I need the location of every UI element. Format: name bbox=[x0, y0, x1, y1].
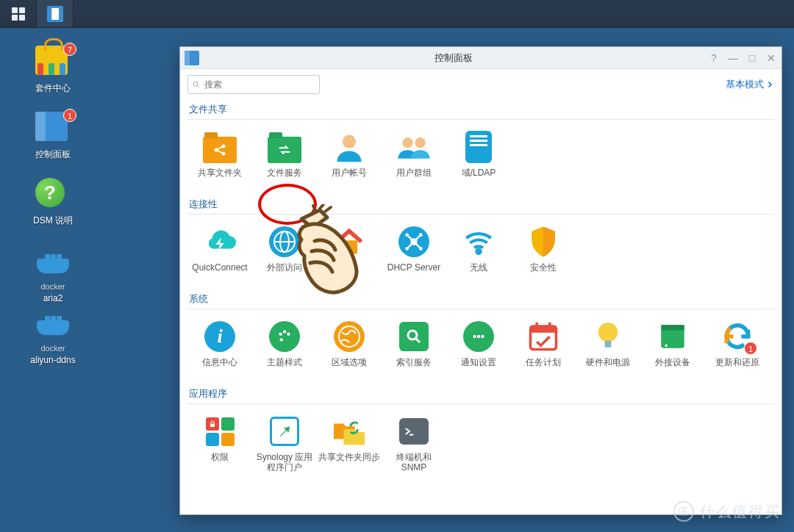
minimize-button[interactable]: ― bbox=[727, 52, 739, 64]
svg-point-5 bbox=[343, 135, 356, 148]
cloud-bolt-icon bbox=[203, 227, 237, 256]
item-group[interactable]: 用户群组 bbox=[382, 127, 446, 192]
item-privileges[interactable]: 权限 bbox=[187, 411, 252, 476]
globe-region-icon bbox=[334, 321, 365, 352]
svg-rect-11 bbox=[341, 240, 357, 254]
help-button[interactable]: ? bbox=[708, 52, 720, 64]
item-external-devices[interactable]: 外接设备 bbox=[640, 317, 705, 381]
desktop-icon-package-center[interactable]: 7 套件中心 bbox=[21, 41, 85, 93]
svg-rect-30 bbox=[536, 323, 539, 329]
item-external-access[interactable]: 外部访问 bbox=[252, 222, 317, 287]
item-hardware-power[interactable]: 硬件和电源 bbox=[576, 317, 640, 381]
search-input[interactable] bbox=[204, 79, 315, 90]
svg-point-21 bbox=[280, 338, 283, 341]
hdd-icon bbox=[657, 321, 688, 352]
desktop-icon-label: 控制面板 bbox=[21, 150, 85, 159]
section-grid: i信息中心 主题样式 区域选项 索引服务 通知设置 任务计划 硬件和电源 外接设… bbox=[187, 317, 774, 381]
svg-point-18 bbox=[279, 333, 282, 336]
svg-point-6 bbox=[402, 137, 412, 148]
item-app-portal[interactable]: Synology 应用程序门户 bbox=[252, 411, 317, 476]
desktop-icon-control-panel[interactable]: 1 控制面板 bbox=[21, 107, 85, 159]
section-grid: 权限 Synology 应用程序门户 共享文件夹同步 终端机和 SNMP bbox=[187, 411, 774, 476]
window-toolbar: 基本模式 bbox=[180, 69, 782, 97]
item-theme[interactable]: 主题样式 bbox=[252, 317, 317, 381]
taskbar-app-control-panel[interactable] bbox=[37, 0, 74, 27]
item-file-services[interactable]: 文件服务 bbox=[252, 127, 317, 192]
item-shared-folder-sync[interactable]: 共享文件夹同步 bbox=[317, 411, 382, 476]
search-box-icon bbox=[399, 322, 429, 351]
desktop-icon-dsm-help[interactable]: ? DSM 说明 bbox=[21, 173, 85, 226]
svg-point-19 bbox=[283, 330, 286, 333]
item-shared-folder[interactable]: 共享文件夹 bbox=[187, 127, 252, 192]
badge: 1 bbox=[63, 109, 76, 122]
network-hub-icon bbox=[398, 226, 429, 257]
control-panel-icon bbox=[47, 6, 63, 22]
item-user[interactable]: 用户帐号 bbox=[317, 127, 382, 192]
taskbar-main-menu[interactable] bbox=[0, 0, 37, 27]
svg-point-20 bbox=[287, 333, 290, 336]
help-icon: ? bbox=[35, 178, 65, 207]
user-icon bbox=[333, 131, 365, 163]
item-regional[interactable]: 区域选项 bbox=[317, 317, 382, 381]
svg-point-17 bbox=[476, 250, 480, 254]
desktop-icon-label: 套件中心 bbox=[21, 84, 85, 93]
wifi-icon bbox=[462, 227, 495, 256]
svg-rect-33 bbox=[605, 341, 612, 348]
window-titlebar[interactable]: 控制面板 ? ― □ ✕ bbox=[180, 47, 782, 69]
grid-icon bbox=[12, 7, 25, 21]
taskbar bbox=[0, 0, 794, 28]
maximize-button[interactable]: □ bbox=[746, 52, 758, 64]
badge: 1 bbox=[744, 342, 757, 355]
shortcut-icon bbox=[270, 417, 299, 446]
watermark: 值什么值得买 bbox=[673, 501, 781, 522]
calendar-icon bbox=[528, 321, 559, 352]
item-wireless[interactable]: 无线 bbox=[446, 222, 511, 287]
item-notification[interactable]: 通知设置 bbox=[446, 317, 511, 381]
docker-icon bbox=[35, 306, 71, 335]
badge: 7 bbox=[63, 43, 76, 56]
search-box[interactable] bbox=[187, 75, 320, 94]
chat-icon bbox=[463, 321, 494, 352]
item-security[interactable]: 安全性 bbox=[511, 222, 576, 287]
section-grid: QuickConnect 外部访问 网络 DHCP Server 无线 安全性 bbox=[187, 222, 774, 287]
bulb-icon bbox=[595, 320, 621, 353]
svg-point-26 bbox=[477, 335, 480, 338]
desktop-icon-docker-aliyun-ddns[interactable]: docker aliyun-ddns bbox=[21, 301, 85, 365]
item-network[interactable]: 网络 bbox=[317, 222, 382, 287]
desktop-icon-label: aliyun-ddns bbox=[21, 356, 85, 365]
svg-point-32 bbox=[598, 323, 618, 342]
desktop-icon-label: DSM 说明 bbox=[21, 216, 85, 226]
svg-line-1 bbox=[197, 85, 199, 87]
privileges-icon bbox=[206, 417, 235, 446]
svg-rect-35 bbox=[661, 325, 684, 330]
item-terminal-snmp[interactable]: 终端机和 SNMP bbox=[382, 411, 446, 476]
section-title-applications: 应用程序 bbox=[187, 381, 774, 404]
desktop-icon-docker-aria2[interactable]: docker aria2 bbox=[21, 240, 85, 303]
window-icon bbox=[185, 51, 199, 65]
item-task-scheduler[interactable]: 任务计划 bbox=[511, 317, 576, 381]
svg-rect-31 bbox=[548, 323, 551, 329]
item-dhcp-server[interactable]: DHCP Server bbox=[382, 222, 446, 287]
item-indexing[interactable]: 索引服务 bbox=[382, 317, 446, 381]
item-domain-ldap[interactable]: 域/LDAP bbox=[446, 127, 511, 192]
house-network-icon bbox=[333, 226, 365, 258]
svg-line-24 bbox=[415, 338, 420, 342]
search-icon bbox=[193, 79, 200, 90]
window-content: 文件共享 共享文件夹 文件服务 用户帐号 用户群组 域/LDAP 连接性 Qui… bbox=[180, 97, 782, 514]
docker-icon bbox=[35, 244, 71, 273]
item-update-restore[interactable]: 1更新和还原 bbox=[705, 317, 770, 381]
folder-transfer-icon bbox=[268, 137, 301, 163]
svg-point-0 bbox=[193, 82, 198, 86]
item-quickconnect[interactable]: QuickConnect bbox=[187, 222, 252, 287]
svg-rect-29 bbox=[531, 326, 557, 333]
svg-rect-37 bbox=[210, 423, 215, 427]
basic-mode-link[interactable]: 基本模式 bbox=[726, 78, 774, 91]
item-info-center[interactable]: i信息中心 bbox=[187, 317, 252, 381]
group-icon bbox=[397, 131, 431, 163]
info-icon: i bbox=[204, 321, 235, 352]
window-title: 控制面板 bbox=[199, 51, 708, 65]
close-button[interactable]: ✕ bbox=[765, 52, 777, 64]
chevron-right-icon bbox=[765, 80, 774, 89]
folder-share-icon bbox=[203, 137, 237, 163]
section-grid: 共享文件夹 文件服务 用户帐号 用户群组 域/LDAP bbox=[187, 127, 774, 192]
